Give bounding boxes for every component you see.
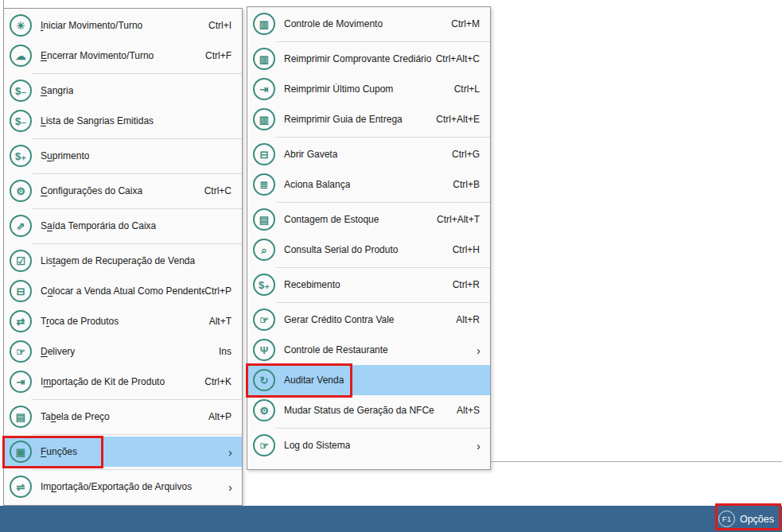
columns-icon: ▥	[253, 108, 275, 130]
menu-item-label: Controle de Movimento	[284, 18, 383, 29]
menu-item-label: Encerrar Movimento/Turno	[41, 50, 154, 61]
cash-minus-icon: $₋	[10, 80, 32, 102]
menu-item-shortcut: Ctrl+B	[453, 179, 490, 190]
functions-submenu: ▥Controle de MovimentoCtrl+M▥Reimprimir …	[247, 6, 491, 470]
checklist-icon: ☑	[10, 250, 32, 272]
clipboard-icon: ▤	[253, 208, 275, 231]
menu-item-label: Lista de Sangrias Emitidas	[41, 115, 154, 126]
menu-item-troca-de-produtos[interactable]: ⇄Troca de ProdutosAlt+T	[4, 306, 242, 336]
menu-item-label: Saída Temporária do Caixa	[41, 220, 156, 231]
menu-item-shortcut: Ins	[219, 346, 242, 357]
menu-item-shortcut: Alt+P	[208, 411, 242, 422]
menu-item-shortcut: Ctrl+F	[205, 50, 242, 61]
menu-item-abrir-gaveta[interactable]: ⊟Abrir GavetaCtrl+G	[247, 139, 490, 169]
pending-box-icon: ⊟	[10, 280, 32, 302]
layers-icon: ≣	[253, 173, 275, 196]
menu-item-listagem-de-recuperacao-de-venda[interactable]: ☑Listagem de Recuperação de Venda	[4, 246, 242, 276]
menu-item-label: Sangria	[41, 85, 73, 96]
menu-item-label: Auditar Venda	[284, 375, 344, 386]
menu-item-label: Troca de Produtos	[41, 316, 119, 327]
menu-item-label: Recebimento	[284, 279, 340, 290]
menu-item-shortcut: Alt+R	[456, 314, 490, 325]
menu-item-aciona-balanca[interactable]: ≣Aciona BalançaCtrl+B	[247, 169, 490, 200]
hand-icon: ☞	[10, 340, 32, 363]
hand-card-icon: ☞	[253, 309, 275, 331]
import-arrow-icon: ⇥	[10, 371, 32, 393]
menu-item-saida-temporaria-do-caixa[interactable]: ⇗Saída Temporária do Caixa	[4, 211, 242, 241]
exit-arrow-icon: ⇗	[10, 215, 32, 237]
menu-item-label: Contagem de Estoque	[284, 214, 379, 225]
submenu-arrow-icon: ›	[477, 439, 490, 452]
menu-item-label: Log do Sistema	[284, 440, 350, 451]
menu-item-delivery[interactable]: ☞DeliveryIns	[4, 336, 242, 367]
menu-item-label: Importação/Exportação de Arquivos	[41, 481, 192, 492]
menu-item-reimprimir-comprovante-crediario[interactable]: ▥Reimprimir Comprovante CrediárioCtrl+Al…	[247, 44, 490, 74]
left-menu: ☀Iniciar Movimento/TurnoCtrl+I☁Encerrar …	[3, 8, 243, 506]
menu-item-label: Suprimento	[41, 150, 89, 161]
menu-item-label: Funções	[41, 446, 77, 457]
menu-item-controle-de-movimento[interactable]: ▥Controle de MovimentoCtrl+M	[247, 9, 490, 39]
menu-item-label: Reimprimir Último Cupom	[284, 83, 393, 95]
refresh-icon: ↻	[253, 369, 275, 391]
options-button[interactable]: F1 Opções	[718, 511, 774, 527]
cutlery-icon: Ψ	[253, 339, 275, 361]
menu-item-reimprimir-guia-de-entrega[interactable]: ▥Reimprimir Guia de EntregaCtrl+Alt+E	[247, 104, 490, 134]
drawer-icon: ⊟	[253, 143, 275, 165]
menu-item-shortcut: Alt+S	[457, 405, 490, 416]
submenu-arrow-icon: ›	[228, 445, 242, 459]
columns-icon: ▥	[253, 13, 275, 35]
menu-item-consulta-serial-do-produto[interactable]: ⌕Consulta Serial do ProdutoCtrl+H	[247, 235, 490, 265]
menu-item-shortcut: Ctrl+M	[451, 18, 490, 29]
menu-item-shortcut: Ctrl+K	[204, 376, 242, 387]
menu-item-label: Tabela de Preço	[41, 411, 110, 422]
menu-item-suprimento[interactable]: $₊Suprimento	[4, 141, 242, 171]
menu-item-encerrar-movimento-turno[interactable]: ☁Encerrar Movimento/TurnoCtrl+F	[4, 41, 242, 71]
menu-item-controle-de-restaurante[interactable]: ΨControle de Restaurante›	[247, 335, 490, 365]
menu-item-tabela-de-preco[interactable]: ▤Tabela de PreçoAlt+P	[4, 402, 242, 432]
gear-wrench-icon: ⚙	[253, 399, 275, 421]
menu-item-label: Abrir Gaveta	[284, 149, 337, 160]
menu-item-shortcut: Ctrl+Alt+T	[437, 214, 490, 225]
import-arrow-icon: ⇥	[253, 78, 275, 100]
sun-icon: ☀	[10, 14, 32, 37]
menu-item-label: Iniciar Movimento/Turno	[41, 20, 142, 31]
background-divider-line	[491, 461, 782, 462]
f1-key-icon: F1	[718, 511, 735, 527]
columns-icon: ▥	[253, 48, 275, 70]
menu-item-lista-de-sangrias-emitidas[interactable]: $₋Lista de Sangrias Emitidas	[4, 106, 242, 136]
menu-item-label: Controle de Restaurante	[284, 344, 388, 355]
menu-item-auditar-venda[interactable]: ↻Auditar Venda	[247, 365, 490, 395]
menu-item-importacao-de-kit-de-produto[interactable]: ⇥Importação de Kit de ProdutoCtrl+K	[4, 367, 242, 397]
gear-wrench-icon: ⚙	[10, 180, 32, 202]
menu-item-label: Gerar Crédito Contra Vale	[284, 314, 395, 325]
menu-item-importacao-exportacao-de-arquivos[interactable]: ⇌Importação/Exportação de Arquivos›	[4, 472, 242, 502]
menu-item-log-do-sistema[interactable]: ☞Log do Sistema›	[247, 430, 490, 460]
submenu-arrow-icon: ›	[477, 344, 490, 357]
menu-item-sangria[interactable]: $₋Sangria	[4, 76, 242, 106]
menu-item-funcoes[interactable]: ▣Funções›	[4, 437, 242, 467]
hand-card-icon: ☞	[253, 434, 275, 456]
cloud-icon: ☁	[10, 45, 32, 67]
menu-item-shortcut: Ctrl+I	[208, 20, 242, 31]
menu-item-label: Importação de Kit de Produto	[41, 376, 165, 387]
menu-item-shortcut: Ctrl+Alt+C	[436, 53, 490, 64]
menu-item-contagem-de-estoque[interactable]: ▤Contagem de EstoqueCtrl+Alt+T	[247, 204, 490, 235]
menu-item-recebimento[interactable]: $₊RecebimentoCtrl+R	[247, 270, 490, 300]
shuffle-arrows-icon: ⇌	[10, 476, 32, 498]
menu-item-shortcut: Ctrl+C	[204, 185, 242, 196]
menu-item-label: Consulta Serial do Produto	[284, 244, 398, 255]
menu-item-label: Configurações do Caixa	[41, 185, 142, 196]
menu-item-reimprimir-ultimo-cupom[interactable]: ⇥Reimprimir Último CupomCtrl+L	[247, 74, 490, 104]
menu-item-configuracoes-do-caixa[interactable]: ⚙Configurações do CaixaCtrl+C	[4, 176, 242, 206]
menu-item-shortcut: Ctrl+P	[204, 285, 242, 297]
swap-arrows-icon: ⇄	[10, 310, 32, 332]
menu-item-iniciar-movimento-turno[interactable]: ☀Iniciar Movimento/TurnoCtrl+I	[4, 10, 242, 41]
menu-item-gerar-credito-contra-vale[interactable]: ☞Gerar Crédito Contra ValeAlt+R	[247, 305, 490, 335]
cash-minus-icon: $₋	[10, 110, 32, 132]
menu-item-label: Listagem de Recuperação de Venda	[41, 255, 195, 266]
menu-item-mudar-status-de-geracao-da-nfce[interactable]: ⚙Mudar Status de Geração da NFCeAlt+S	[247, 395, 490, 425]
menu-item-shortcut: Ctrl+R	[453, 279, 490, 290]
menu-item-colocar-a-venda-atual-como-pendente[interactable]: ⊟Colocar a Venda Atual Como PendenteCtrl…	[4, 276, 242, 306]
menu-item-label: Delivery	[41, 346, 75, 357]
bottom-bar: F1 Opções	[0, 506, 782, 532]
